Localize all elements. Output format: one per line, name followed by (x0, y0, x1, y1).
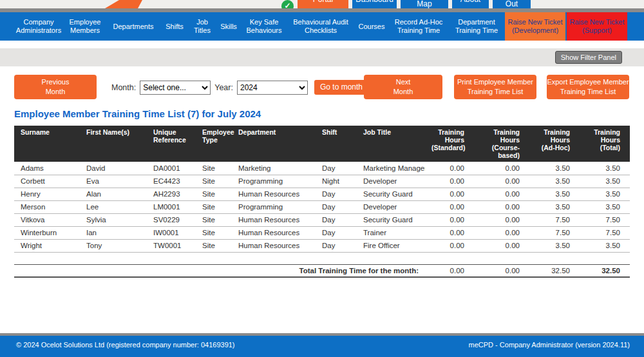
nav-item-label: Departments (113, 23, 154, 31)
previous-month-button[interactable]: Previous Month (14, 75, 97, 99)
training-time-table: SurnameFirst Name(s)UniqueReferenceEmplo… (14, 126, 630, 278)
show-filter-panel-button[interactable]: Show Filter Panel (555, 51, 622, 64)
print-line1: Print Employee Member (457, 78, 533, 86)
cell-unique-reference: AH2293 (147, 188, 196, 200)
cell-training-hours-standard: 0.00 (425, 239, 474, 252)
cell-training-hours-course-based: 0.00 (474, 175, 529, 188)
column-header-training-hours-standard: Training Hours(Standard) (425, 126, 474, 162)
cell-unique-reference: TW0001 (147, 239, 196, 252)
nav-item-label: Raise New Ticket (Support) (567, 18, 627, 35)
filter-panel-bar: Show Filter Panel (0, 48, 644, 66)
cell-first-names: Sylvia (80, 213, 147, 226)
portal-button[interactable]: Portal (298, 0, 348, 8)
column-header-training-hours-course-based: Training Hours(Course-based) (474, 126, 529, 162)
table-header: SurnameFirst Name(s)UniqueReferenceEmplo… (14, 126, 630, 162)
cell-training-hours-course-based: 0.00 (474, 200, 529, 213)
cell-training-hours-total: 3.50 (580, 175, 630, 188)
nav-item-shifts[interactable]: Shifts (161, 12, 188, 41)
year-select[interactable]: 2024 (237, 81, 308, 95)
log-out-button[interactable]: Log Out (493, 0, 531, 8)
cell-training-hours-standard: 0.00 (425, 162, 474, 175)
cell-training-hours-ad-hoc: 3.50 (529, 188, 580, 200)
page-title: Employee Member Training Time List (7) f… (14, 108, 644, 119)
nav-item-label: Record Ad-Hoc Training Time (389, 18, 448, 35)
cell-first-names: Tony (80, 239, 147, 252)
cell-training-hours-course-based: 0.00 (474, 162, 529, 175)
cell-employee-type: Site (196, 162, 232, 175)
cell-shift: Day (316, 162, 357, 175)
cell-job-title: Security Guard (357, 188, 425, 200)
cell-training-hours-total: 3.50 (580, 188, 630, 200)
go-to-month-button[interactable]: Go to month (314, 80, 368, 95)
total-row: Total Training Time for the month: 0.00 … (14, 264, 630, 277)
cell-training-hours-standard: 0.00 (425, 213, 474, 226)
nav-item-label: Skills (220, 23, 237, 31)
app-logo-icon (105, 0, 142, 8)
export-training-time-list-button[interactable]: Export Employee Member Training Time Lis… (547, 75, 629, 99)
nav-item-company-administrators[interactable]: Company Administrators (14, 12, 63, 41)
cell-unique-reference: LM0001 (147, 200, 196, 213)
nav-item-label: Raise New Ticket (Development) (505, 18, 565, 35)
cell-training-hours-ad-hoc: 3.50 (529, 162, 580, 175)
column-header-first-names: First Name(s) (80, 126, 147, 162)
previous-month-line2: Month (46, 88, 66, 95)
cell-department: Programming (232, 175, 316, 188)
cell-training-hours-total: 7.50 (580, 213, 630, 226)
year-label: Year: (214, 83, 233, 92)
column-header-training-hours-ad-hoc: Training Hours(Ad-Hoc) (529, 126, 580, 162)
about-button[interactable]: About (452, 0, 489, 8)
nav-item-employee-members[interactable]: Employee Members (64, 12, 106, 41)
dashboard-button[interactable]: Dashboard (352, 0, 397, 8)
next-month-line2: Month (393, 88, 413, 95)
cell-surname: Merson (14, 200, 80, 213)
nav-item-courses[interactable]: Courses (355, 12, 388, 41)
cell-training-hours-standard: 0.00 (425, 200, 474, 213)
cell-surname: Winterburn (14, 226, 80, 239)
cell-training-hours-standard: 0.00 (425, 175, 474, 188)
cell-employee-type: Site (196, 239, 232, 252)
nav-item-skills[interactable]: Skills (216, 12, 241, 41)
nav-item-job-titles[interactable]: Job Titles (189, 12, 215, 41)
print-training-time-list-button[interactable]: Print Employee Member Training Time List (454, 75, 536, 99)
nav-item-departments[interactable]: Departments (107, 12, 160, 41)
nav-item-department-training-time[interactable]: Department Training Time (450, 12, 504, 41)
cell-training-hours-ad-hoc: 3.50 (529, 175, 580, 188)
month-year-group: Month: Select one... Year: 2024 Go to mo… (111, 80, 368, 95)
cell-job-title: Developer (357, 175, 425, 188)
status-check-icon: ✓ (281, 0, 294, 8)
cell-job-title: Security Guard (357, 213, 425, 226)
cell-shift: Day (316, 213, 357, 226)
cell-surname: Adams (14, 162, 80, 175)
table-row: HenryAlanAH2293SiteHuman ResourcesDaySec… (14, 188, 630, 200)
nav-item-key-safe-behaviours[interactable]: Key Safe Behaviours (242, 12, 286, 41)
nav-item-label: Employee Members (64, 18, 106, 35)
entity-map-button[interactable]: Entity Map (401, 0, 448, 8)
column-header-unique-reference: UniqueReference (147, 126, 196, 162)
top-buttons: ✓ Portal Dashboard Entity Map About Log … (281, 0, 531, 8)
cell-training-hours-course-based: 0.00 (474, 239, 529, 252)
nav-item-label: Shifts (166, 23, 184, 31)
next-month-button[interactable]: Next Month (364, 75, 442, 99)
cell-surname: Wright (14, 239, 80, 252)
nav-item-record-ad-hoc-training-time[interactable]: Record Ad-Hoc Training Time (389, 12, 448, 41)
cell-training-hours-total: 7.50 (580, 226, 630, 239)
cell-training-hours-ad-hoc: 3.50 (529, 239, 580, 252)
footer-version: meCPD - Company Administrator (version 2… (469, 341, 630, 349)
cell-department: Human Resources (232, 213, 316, 226)
cell-training-hours-ad-hoc: 7.50 (529, 226, 580, 239)
nav-item-raise-new-ticket-support[interactable]: Raise New Ticket (Support) (567, 12, 627, 41)
cell-department: Human Resources (232, 188, 316, 200)
cell-department: Marketing (232, 162, 316, 175)
top-strip: ✓ Portal Dashboard Entity Map About Log … (0, 0, 644, 8)
cell-training-hours-total: 3.50 (580, 162, 630, 175)
total-standard: 0.00 (425, 264, 474, 277)
cell-unique-reference: SV0229 (147, 213, 196, 226)
table-row: VitkovaSylviaSV0229SiteHuman ResourcesDa… (14, 213, 630, 226)
month-select[interactable]: Select one... (140, 81, 211, 95)
cell-first-names: Lee (80, 200, 147, 213)
print-line2: Training Time List (468, 88, 523, 95)
table-body: AdamsDavidDA0001SiteMarketingDayMarketin… (14, 162, 630, 252)
spacer-row (14, 252, 630, 264)
nav-item-raise-new-ticket-development[interactable]: Raise New Ticket (Development) (505, 12, 565, 41)
nav-item-behavioural-audit-checklists[interactable]: Behavioural Audit Checklists (287, 12, 354, 41)
